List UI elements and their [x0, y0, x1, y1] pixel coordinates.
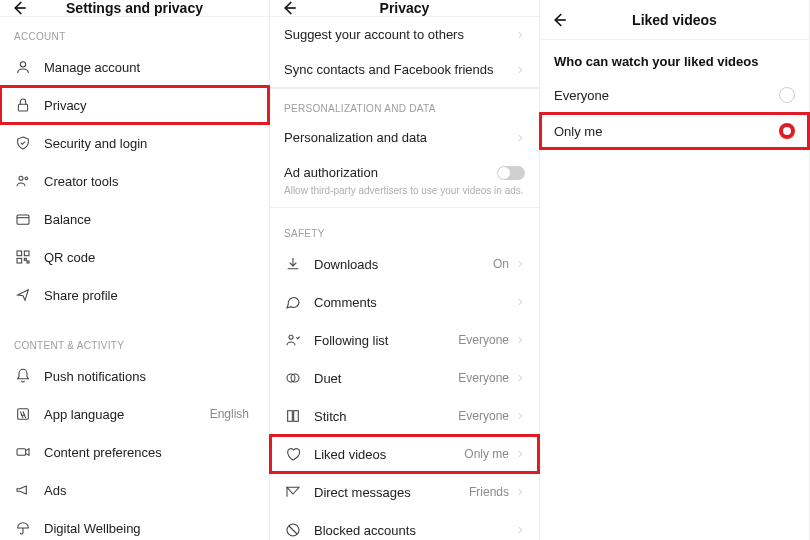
safety-item-blocked[interactable]: Blocked accounts: [270, 511, 539, 540]
item-label: Creator tools: [44, 174, 255, 189]
item-label: Share profile: [44, 288, 255, 303]
option-label: Everyone: [554, 88, 609, 103]
safety-item-dm[interactable]: Direct messages Friends: [270, 473, 539, 511]
back-button[interactable]: [550, 11, 568, 29]
settings-panel: Settings and privacy ACCOUNT Manage acco…: [0, 0, 270, 540]
item-label: Downloads: [314, 257, 493, 272]
chevron-right-icon: [515, 525, 525, 535]
wallet-icon: [14, 210, 32, 228]
svg-rect-11: [17, 449, 26, 456]
stitch-icon: [284, 407, 302, 425]
header: Liked videos: [540, 0, 809, 40]
chevron-right-icon: [515, 335, 525, 345]
chevron-right-icon: [515, 133, 525, 143]
safety-item-comments[interactable]: Comments: [270, 283, 539, 321]
message-icon: [284, 483, 302, 501]
download-icon: [284, 255, 302, 273]
safety-item-downloads[interactable]: Downloads On: [270, 245, 539, 283]
blocked-icon: [284, 521, 302, 539]
chevron-right-icon: [515, 487, 525, 497]
settings-item-language[interactable]: App language English: [0, 395, 269, 433]
section-label-personalization: PERSONALIZATION AND DATA: [270, 89, 539, 120]
chevron-right-icon: [515, 30, 525, 40]
safety-item-duet[interactable]: Duet Everyone: [270, 359, 539, 397]
item-label: App language: [44, 407, 210, 422]
item-label: Balance: [44, 212, 255, 227]
item-label: Personalization and data: [284, 130, 515, 145]
item-value: Only me: [464, 447, 509, 461]
section-label-account: ACCOUNT: [0, 17, 269, 48]
item-label: Following list: [314, 333, 458, 348]
settings-item-ads[interactable]: Ads: [0, 471, 269, 509]
header: Settings and privacy: [0, 0, 269, 17]
item-label: Liked videos: [314, 447, 464, 462]
svg-point-0: [20, 62, 25, 67]
option-only-me[interactable]: Only me: [540, 113, 809, 149]
settings-item-manage-account[interactable]: Manage account: [0, 48, 269, 86]
settings-item-security[interactable]: Security and login: [0, 124, 269, 162]
chevron-right-icon: [515, 373, 525, 383]
section-label-content: CONTENT & ACTIVITY: [0, 326, 269, 357]
settings-item-privacy[interactable]: Privacy: [0, 86, 269, 124]
item-value: Everyone: [458, 371, 509, 385]
section-heading: Who can watch your liked videos: [540, 40, 809, 77]
settings-item-qr[interactable]: QR code: [0, 238, 269, 276]
chevron-right-icon: [515, 411, 525, 421]
duet-icon: [284, 369, 302, 387]
radio-button[interactable]: [779, 123, 795, 139]
item-label: Duet: [314, 371, 458, 386]
privacy-item-personalization[interactable]: Personalization and data: [270, 120, 539, 155]
item-label: Push notifications: [44, 369, 255, 384]
settings-item-content-prefs[interactable]: Content preferences: [0, 433, 269, 471]
svg-rect-7: [17, 258, 22, 263]
item-value: On: [493, 257, 509, 271]
privacy-panel: Privacy Suggest your account to others S…: [270, 0, 540, 540]
item-label: Digital Wellbeing: [44, 521, 255, 536]
settings-item-creator[interactable]: Creator tools: [0, 162, 269, 200]
back-button[interactable]: [10, 0, 28, 17]
settings-item-wellbeing[interactable]: Digital Wellbeing: [0, 509, 269, 540]
page-title: Privacy: [380, 0, 430, 16]
svg-point-12: [289, 335, 293, 339]
item-label: Sync contacts and Facebook friends: [284, 62, 515, 77]
share-icon: [14, 286, 32, 304]
chevron-right-icon: [515, 297, 525, 307]
following-icon: [284, 331, 302, 349]
safety-item-liked-videos[interactable]: Liked videos Only me: [270, 435, 539, 473]
svg-rect-8: [24, 258, 26, 260]
settings-item-notifications[interactable]: Push notifications: [0, 357, 269, 395]
radio-button[interactable]: [779, 87, 795, 103]
option-label: Only me: [554, 124, 602, 139]
privacy-item-ad-auth[interactable]: Ad authorization: [270, 155, 539, 182]
option-everyone[interactable]: Everyone: [540, 77, 809, 113]
item-subtext: Allow third-party advertisers to use you…: [270, 182, 539, 208]
item-label: Suggest your account to others: [284, 27, 515, 42]
svg-rect-15: [288, 411, 293, 422]
chevron-right-icon: [515, 65, 525, 75]
back-button[interactable]: [280, 0, 298, 17]
video-icon: [14, 443, 32, 461]
chevron-right-icon: [515, 449, 525, 459]
toggle-switch[interactable]: [497, 166, 525, 180]
page-title: Settings and privacy: [66, 0, 203, 16]
item-label: Manage account: [44, 60, 255, 75]
header: Privacy: [270, 0, 539, 17]
privacy-item-sync[interactable]: Sync contacts and Facebook friends: [270, 52, 539, 87]
safety-item-stitch[interactable]: Stitch Everyone: [270, 397, 539, 435]
settings-item-balance[interactable]: Balance: [0, 200, 269, 238]
bell-icon: [14, 367, 32, 385]
shield-icon: [14, 134, 32, 152]
svg-point-3: [25, 177, 28, 180]
svg-rect-4: [17, 215, 29, 224]
settings-item-share[interactable]: Share profile: [0, 276, 269, 314]
safety-item-following[interactable]: Following list Everyone: [270, 321, 539, 359]
heart-icon: [284, 445, 302, 463]
section-label-safety: SAFETY: [270, 214, 539, 245]
item-label: Blocked accounts: [314, 523, 515, 538]
item-label: QR code: [44, 250, 255, 265]
comment-icon: [284, 293, 302, 311]
item-label: Stitch: [314, 409, 458, 424]
privacy-item-suggest[interactable]: Suggest your account to others: [270, 17, 539, 52]
item-value: English: [210, 407, 249, 421]
svg-rect-1: [18, 104, 27, 111]
